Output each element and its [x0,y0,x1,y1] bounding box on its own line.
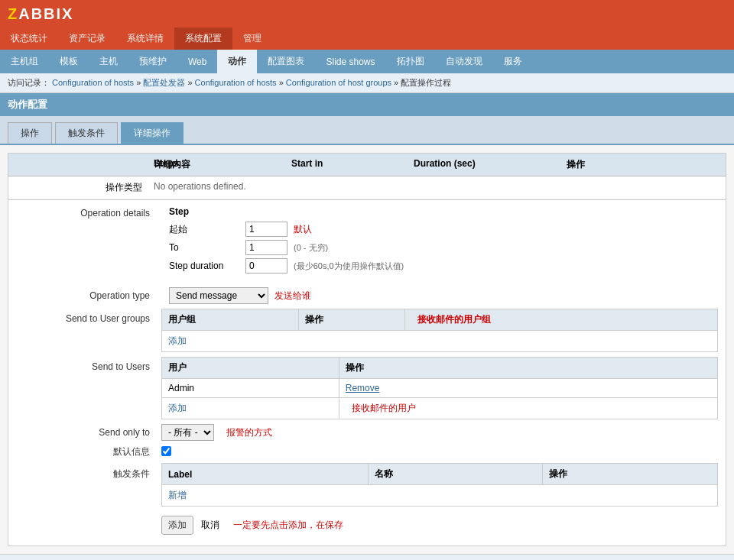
trigger-cond-label: 触发条件 [16,463,161,507]
page-title: 动作配置 [0,93,734,116]
default-msg-label: 默认信息 [16,445,161,458]
breadcrumb-item-2[interactable]: 配置处发器 [143,78,185,87]
step-duration-label: Step duration [169,261,245,271]
breadcrumb-item-3[interactable]: Configuration of hosts [195,78,277,87]
tc-col3: 操作 [543,464,718,485]
step-to-input[interactable] [245,240,287,255]
send-only-row: - 所有 - 报警的方式 [161,424,272,441]
step-to-label: To [169,242,245,253]
nav-slideshows[interactable]: Slide shows [315,51,385,73]
users-table: 用户 操作 Admin Remove 添加 [161,357,718,419]
u-col2: 操作 [339,358,717,379]
op-details-label: Operation details [8,200,161,283]
logo: ZABBIX [8,5,73,23]
second-nav: 主机组 模板 主机 预维护 Web 动作 配置图表 Slide shows 拓扑… [0,50,734,73]
send-usergroups-label: Send to User groups [16,309,161,352]
add-annotation: 一定要先点击添加，在保存 [233,519,343,532]
step-duration-annotation: (最少60s,0为使用操作默认值) [294,261,404,272]
col-detail: 详细内容 [154,158,291,171]
send-only-annotation: 报警的方式 [226,426,272,439]
trigger-add-link[interactable]: 新增 [168,490,187,500]
nav-topology[interactable]: 拓扑图 [386,50,435,73]
user-admin: Admin [162,379,339,398]
nav-sysconfig[interactable]: 系统配置 [174,28,232,50]
ug-col1: 用户组 [162,309,299,331]
send-only-select[interactable]: - 所有 - [161,424,214,441]
user-groups-table: 用户组 操作 接收邮件的用户组 添加 [161,309,718,352]
step-start-row: 起始 默认 [169,222,718,237]
u-col1: 用户 [162,358,339,379]
breadcrumb-item-5: 配置操作过程 [401,78,451,87]
users-add-link[interactable]: 添加 [168,403,187,413]
no-ops: No operations defined. [154,181,246,194]
col-action: 操作 [567,158,718,171]
breadcrumb-item-4[interactable]: Configuration of host groups [286,78,391,87]
tab-actions[interactable]: 操作 [8,122,52,144]
nav-maintenance[interactable]: 预维护 [128,50,177,73]
nav-services[interactable]: 服务 [493,50,533,73]
step-to-row: To (0 - 无穷) [169,240,718,255]
default-msg-row [161,446,171,458]
bottom-bar: 保存 取消 告警动作配置： 51CTO.com [0,554,734,560]
col-startin: Start in [291,158,414,171]
step-group: Step [169,206,718,217]
operation-type-select[interactable]: Send message [169,287,268,304]
step-start-input[interactable] [245,222,287,237]
ug-col2: 操作 [299,309,405,331]
ug-add-link[interactable]: 添加 [168,335,187,346]
step-duration-input[interactable] [245,258,287,274]
send-to-whom-annotation: 发送给谁 [274,290,311,303]
header: ZABBIX [0,0,734,28]
users-annotation: 接收邮件的用户 [352,403,416,413]
ug-col-annotation: 接收邮件的用户组 [404,309,717,331]
nav-assets[interactable]: 资产记录 [58,28,116,50]
col-duration: Duration (sec) [414,158,567,171]
send-only-to-label: Send only to [16,427,161,438]
nav-discovery[interactable]: 自动发现 [435,50,493,73]
nav-web[interactable]: Web [177,51,217,73]
breadcrumb: 访问记录： Configuration of hosts » 配置处发器 » C… [0,73,734,93]
breadcrumb-item-1[interactable]: Configuration of hosts [52,78,134,87]
step-start-label: 起始 [169,223,245,236]
nav-sysdetail[interactable]: 系统详情 [116,28,174,50]
breadcrumb-prefix: 访问记录： [8,78,50,87]
tabs-bar: 操作 触发条件 详细操作 [0,116,734,145]
op-type-field-label: Operation type [8,283,161,309]
user-remove-link[interactable]: Remove [346,383,380,393]
add-button[interactable]: 添加 [161,516,193,535]
tc-col2: 名称 [368,464,543,485]
step-to-annotation: (0 - 无穷) [294,242,328,254]
cancel-text[interactable]: 取消 [201,519,219,532]
main-content: Steps 详细内容 Start in Duration (sec) 操作 操作… [0,145,734,554]
trigger-table: Label 名称 操作 新增 [161,463,718,507]
nav-hostgroups[interactable]: 主机组 [0,50,49,73]
nav-status[interactable]: 状态统计 [0,28,58,50]
nav-configmap[interactable]: 配置图表 [257,50,315,73]
nav-templates[interactable]: 模板 [49,50,89,73]
op-type-label: 操作类型 [16,181,154,194]
step-label: Step [169,206,189,217]
nav-admin[interactable]: 管理 [232,28,272,50]
default-msg-checkbox[interactable] [161,446,171,456]
col-steps: Steps [16,158,154,171]
form-action-row: 添加 取消 一定要先点击添加，在保存 [161,511,718,539]
nav-actions[interactable]: 动作 [217,50,257,73]
tc-col1: Label [162,464,369,485]
step-duration-row: Step duration (最少60s,0为使用操作默认值) [169,258,718,274]
send-users-label: Send to Users [16,357,161,419]
step-start-annotation: 默认 [294,223,312,236]
tab-details[interactable]: 详细操作 [121,122,184,144]
tab-trigger-cond[interactable]: 触发条件 [55,122,118,144]
top-nav: 状态统计 资产记录 系统详情 系统配置 管理 [0,28,734,50]
nav-hosts[interactable]: 主机 [89,50,128,73]
